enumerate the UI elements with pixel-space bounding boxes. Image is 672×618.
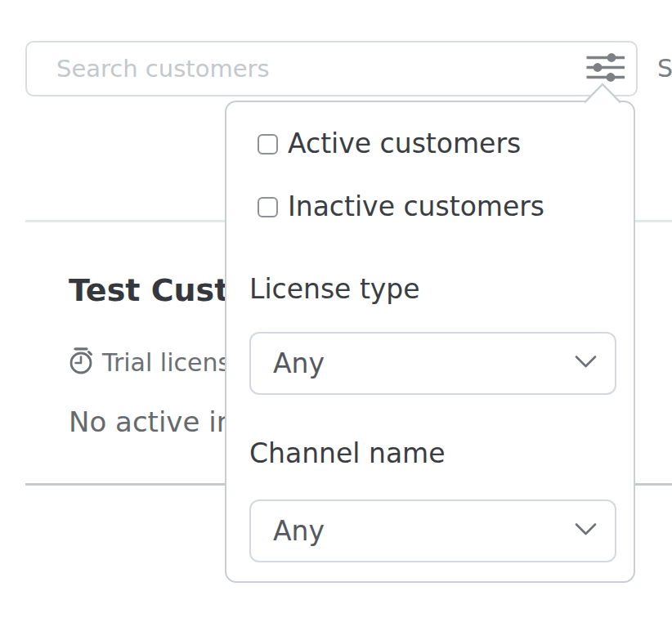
channel-name-label: Channel name	[249, 437, 446, 469]
license-type-value: Any	[273, 347, 575, 379]
channel-name-select[interactable]: Any	[249, 499, 616, 562]
active-customers-label[interactable]: Active customers	[288, 132, 521, 156]
filter-sliders-icon	[586, 53, 625, 85]
filter-popover: Active customers Inactive customers Lice…	[225, 101, 635, 583]
inactive-customers-label[interactable]: Inactive customers	[288, 195, 544, 219]
license-type-select[interactable]: Any	[249, 332, 616, 395]
channel-name-value: Any	[273, 515, 575, 547]
edge-clipped-text: S	[657, 54, 672, 83]
chevron-down-icon	[575, 522, 597, 540]
active-customers-option[interactable]: Active customers	[258, 132, 521, 156]
active-customers-checkbox[interactable]	[258, 134, 278, 154]
search-input[interactable]	[27, 43, 567, 95]
timer-icon	[67, 347, 95, 378]
chevron-down-icon	[575, 355, 597, 372]
popover-caret-icon	[584, 82, 621, 106]
license-type-label: License type	[249, 273, 420, 305]
inactive-customers-checkbox[interactable]	[258, 197, 278, 217]
customer-license-text: Trial licens	[102, 348, 231, 377]
customer-license-row: Trial licens	[67, 347, 231, 378]
inactive-customers-option[interactable]: Inactive customers	[258, 195, 544, 219]
customer-status-text: No active in	[69, 405, 234, 438]
customer-title: Test Cust	[69, 272, 229, 308]
search-box	[25, 41, 638, 96]
